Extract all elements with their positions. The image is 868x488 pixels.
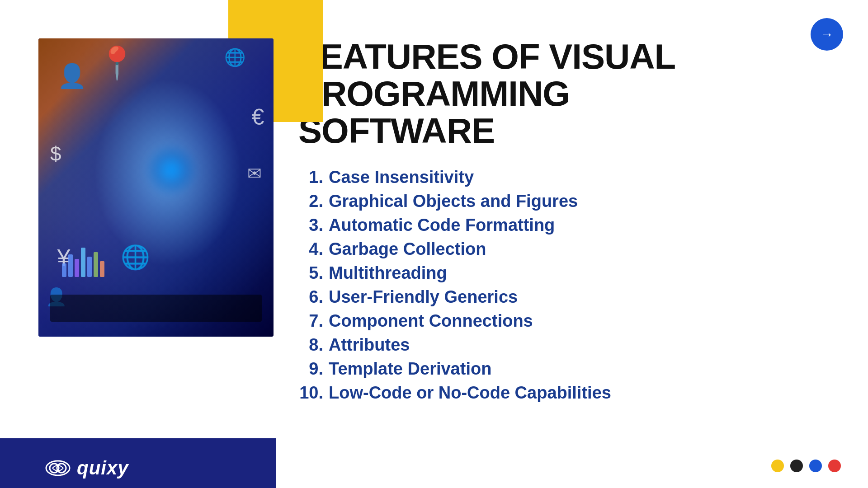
item-number: 4. <box>298 239 323 259</box>
item-label: Component Connections <box>329 311 533 331</box>
features-list: 1.Case Insensitivity2.Graphical Objects … <box>298 168 841 403</box>
item-label: Garbage Collection <box>329 239 486 259</box>
dot-blue <box>809 460 822 472</box>
item-label: Case Insensitivity <box>329 168 474 187</box>
list-item: 7.Component Connections <box>298 311 841 331</box>
quixy-logo-icon <box>45 459 71 477</box>
item-label: Graphical Objects and Figures <box>329 192 578 211</box>
blue-footer-bar <box>0 438 276 488</box>
item-number: 2. <box>298 192 323 211</box>
dot-yellow <box>771 460 784 472</box>
list-item: 6.User-Friendly Generics <box>298 287 841 307</box>
list-item: 4.Garbage Collection <box>298 239 841 259</box>
euro-icon: € <box>251 104 264 130</box>
next-arrow-button[interactable]: → <box>811 18 843 51</box>
globe-icon-top: 🌐 <box>224 47 245 67</box>
list-item: 2.Graphical Objects and Figures <box>298 192 841 211</box>
arrow-icon: → <box>820 27 834 42</box>
hero-image: 📍 👤 🌐 $ € ¥ 🌐 👤 ✉ <box>38 38 274 337</box>
people-icon: 👤 <box>57 62 87 90</box>
list-item: 9.Template Derivation <box>298 359 841 379</box>
dot-black <box>790 460 803 472</box>
item-number: 8. <box>298 335 323 355</box>
item-number: 5. <box>298 263 323 283</box>
item-number: 3. <box>298 216 323 235</box>
list-item: 1.Case Insensitivity <box>298 168 841 187</box>
bottom-dots <box>771 460 841 472</box>
glow-effect <box>144 143 198 197</box>
location-pin-icon: 📍 <box>97 44 137 81</box>
dollar-icon: $ <box>50 143 61 165</box>
quixy-logo-text: quixy <box>77 457 129 479</box>
list-item: 5.Multithreading <box>298 263 841 283</box>
chart-bars <box>62 248 104 277</box>
right-content-area: FEATURES OF VISUAL PROGRAMMING SOFTWARE … <box>298 38 841 461</box>
globe-bottom-icon: 🌐 <box>121 244 150 271</box>
page-title: FEATURES OF VISUAL PROGRAMMING SOFTWARE <box>298 38 841 150</box>
item-label: Low-Code or No-Code Capabilities <box>329 383 611 403</box>
item-number: 6. <box>298 287 323 307</box>
item-number: 7. <box>298 311 323 331</box>
item-label: Attributes <box>329 335 410 355</box>
list-item: 8.Attributes <box>298 335 841 355</box>
item-label: Template Derivation <box>329 359 491 379</box>
keyboard-visual <box>50 295 262 322</box>
item-number: 10. <box>298 383 323 403</box>
list-item: 3.Automatic Code Formatting <box>298 216 841 235</box>
dot-red <box>828 460 841 472</box>
list-item: 10.Low-Code or No-Code Capabilities <box>298 383 841 403</box>
logo-area: quixy <box>45 457 129 479</box>
item-label: Multithreading <box>329 263 447 283</box>
item-label: Automatic Code Formatting <box>329 216 555 235</box>
email-icon: ✉ <box>247 164 262 183</box>
item-number: 9. <box>298 359 323 379</box>
item-label: User-Friendly Generics <box>329 287 518 307</box>
item-number: 1. <box>298 168 323 187</box>
